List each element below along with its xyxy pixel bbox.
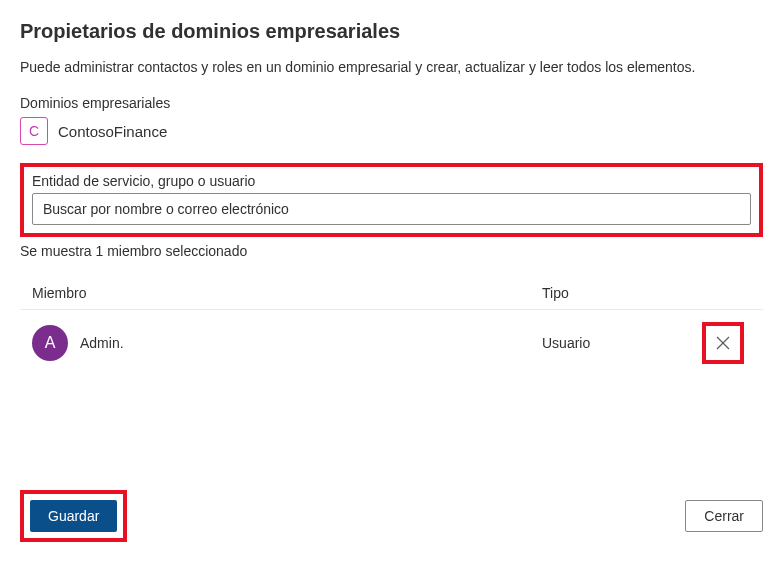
page-title: Propietarios de dominios empresariales [20,20,763,43]
remove-member-button[interactable] [709,329,737,357]
save-highlight: Guardar [20,490,127,542]
domain-badge: C [20,117,48,145]
search-label: Entidad de servicio, grupo o usuario [32,173,751,189]
column-header-member: Miembro [32,285,542,301]
member-type: Usuario [542,335,702,351]
avatar: A [32,325,68,361]
table-header: Miembro Tipo [20,277,763,310]
close-button[interactable]: Cerrar [685,500,763,532]
member-name: Admin. [80,335,124,351]
close-icon [715,335,731,351]
member-count-text: Se muestra 1 miembro seleccionado [20,243,763,259]
save-button[interactable]: Guardar [30,500,117,532]
domain-item: C ContosoFinance [20,117,763,145]
remove-highlight [702,322,744,364]
table-row: A Admin. Usuario [20,310,763,376]
dialog-footer: Guardar Cerrar [20,490,763,542]
domains-label: Dominios empresariales [20,95,763,111]
domain-name: ContosoFinance [58,123,167,140]
page-description: Puede administrar contactos y roles en u… [20,59,763,75]
search-highlight: Entidad de servicio, grupo o usuario [20,163,763,237]
column-header-type: Tipo [542,285,702,301]
search-input[interactable] [32,193,751,225]
